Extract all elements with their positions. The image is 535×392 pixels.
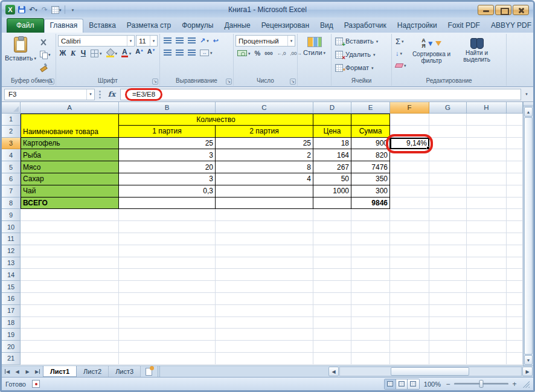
autosum-button[interactable]: Σ▾: [394, 36, 408, 47]
cell-A14[interactable]: [21, 269, 119, 281]
last-sheet-button[interactable]: ▶: [33, 366, 43, 377]
underline-button[interactable]: Ч: [78, 48, 88, 59]
cell-C12[interactable]: [216, 245, 313, 257]
column-header-B[interactable]: B: [119, 102, 216, 114]
cell-F8[interactable]: [390, 198, 429, 210]
cell-E20[interactable]: [351, 341, 390, 353]
cell-B8[interactable]: [119, 198, 216, 210]
cell-B20[interactable]: [119, 341, 216, 353]
copy-button[interactable]: ▾: [38, 49, 53, 60]
cell-D20[interactable]: [313, 341, 351, 353]
cell-E9[interactable]: [351, 209, 390, 221]
cell-E10[interactable]: [351, 221, 390, 233]
horizontal-scroll-track[interactable]: [339, 367, 522, 376]
table-tool-button[interactable]: ▾: [51, 4, 62, 15]
cell-A6[interactable]: Сахар: [21, 173, 119, 185]
row-header-13[interactable]: 13: [2, 257, 21, 269]
cell-F7[interactable]: [390, 185, 429, 198]
align-center-button[interactable]: [174, 47, 185, 58]
row-header-8[interactable]: 8: [2, 198, 21, 210]
cell-D17[interactable]: [313, 305, 351, 317]
cell-A8[interactable]: ВСЕГО: [21, 198, 119, 210]
column-header-F[interactable]: F: [390, 102, 429, 114]
cell-A1[interactable]: Наименование товара: [21, 114, 119, 138]
cell-D3[interactable]: 18: [313, 138, 351, 150]
cell-C13[interactable]: [216, 257, 313, 269]
cut-button[interactable]: [38, 37, 53, 48]
cell-E6[interactable]: 350: [351, 173, 390, 185]
dropdown-icon[interactable]: ▾: [150, 36, 157, 46]
cell-F14[interactable]: [390, 269, 429, 281]
cell-E1[interactable]: [351, 114, 390, 126]
ribbon-tab-7[interactable]: Вид: [315, 19, 339, 33]
cell-G7[interactable]: [429, 185, 467, 198]
cell-E7[interactable]: 300: [351, 185, 390, 198]
cell-G21[interactable]: [429, 353, 467, 365]
percent-style-button[interactable]: %: [253, 48, 263, 59]
select-all-corner[interactable]: [2, 102, 21, 114]
ribbon-tab-10[interactable]: Foxit PDF: [443, 19, 485, 33]
cell-H21[interactable]: [467, 353, 507, 365]
cell-D19[interactable]: [313, 329, 351, 341]
row-header-10[interactable]: 10: [2, 221, 21, 233]
cell-E17[interactable]: [351, 305, 390, 317]
styles-button[interactable]: Стили▾: [300, 35, 329, 57]
font-color-button[interactable]: А▾: [120, 48, 133, 59]
cell-D2[interactable]: Цена: [313, 126, 351, 138]
cell-C19[interactable]: [216, 329, 313, 341]
column-header-E[interactable]: E: [351, 102, 390, 114]
column-header-D[interactable]: D: [313, 102, 351, 114]
cell-H18[interactable]: [467, 317, 507, 329]
number-format-combo[interactable]: Процентный▾: [235, 35, 295, 47]
cell-F9[interactable]: [390, 209, 429, 221]
wrap-text-button[interactable]: ↩: [211, 35, 220, 46]
cell-A12[interactable]: [21, 245, 119, 257]
cell-C11[interactable]: [216, 233, 313, 245]
ribbon-tab-1[interactable]: Главная: [44, 19, 84, 33]
bold-button[interactable]: Ж: [58, 48, 68, 59]
cell-A19[interactable]: [21, 329, 119, 341]
cell-H4[interactable]: [467, 149, 507, 161]
formula-input[interactable]: =E3/E8: [120, 89, 521, 100]
cell-H19[interactable]: [467, 329, 507, 341]
cell-G11[interactable]: [429, 233, 467, 245]
cell-C4[interactable]: 2: [216, 149, 313, 161]
cell-F21[interactable]: [390, 353, 429, 365]
row-header-16[interactable]: 16: [2, 293, 21, 305]
cell-H3[interactable]: [467, 138, 507, 150]
cell-D18[interactable]: [313, 317, 351, 329]
first-sheet-button[interactable]: ◀: [2, 366, 12, 377]
insert-cells-button[interactable]: +Вставить▾: [333, 35, 380, 47]
row-header-6[interactable]: 6: [2, 173, 21, 185]
cell-F3[interactable]: 9,14%: [390, 138, 429, 150]
cell-C16[interactable]: [216, 293, 313, 305]
cell-C6[interactable]: 4: [216, 173, 313, 185]
cell-A3[interactable]: Картофель: [21, 138, 119, 150]
ribbon-tab-4[interactable]: Формулы: [176, 19, 219, 33]
redo-button[interactable]: ↷: [40, 4, 50, 15]
cell-G10[interactable]: [429, 221, 467, 233]
ribbon-tab-6[interactable]: Рецензирован: [256, 19, 315, 33]
cell-A16[interactable]: [21, 293, 119, 305]
column-header-C[interactable]: C: [216, 102, 313, 114]
cell-D21[interactable]: [313, 353, 351, 365]
italic-button[interactable]: К: [68, 48, 78, 59]
insert-function-button[interactable]: fx: [104, 90, 119, 98]
cell-B3[interactable]: 25: [119, 138, 216, 150]
cell-A5[interactable]: Мясо: [21, 161, 119, 173]
cell-F6[interactable]: [390, 173, 429, 185]
align-left-button[interactable]: [162, 47, 173, 58]
cell-H20[interactable]: [467, 341, 507, 353]
font-size-combo[interactable]: 11▾: [136, 35, 158, 47]
cell-G6[interactable]: [429, 173, 467, 185]
cell-E13[interactable]: [351, 257, 390, 269]
cell-D14[interactable]: [313, 269, 351, 281]
row-header-7[interactable]: 7: [2, 185, 21, 198]
cell-D15[interactable]: [313, 281, 351, 293]
cell-C20[interactable]: [216, 341, 313, 353]
row-header-3[interactable]: 3: [2, 138, 21, 150]
cell-H1[interactable]: [467, 114, 507, 126]
cell-H16[interactable]: [467, 293, 507, 305]
cell-A7[interactable]: Чай: [21, 185, 119, 198]
cell-F2[interactable]: [390, 126, 429, 138]
